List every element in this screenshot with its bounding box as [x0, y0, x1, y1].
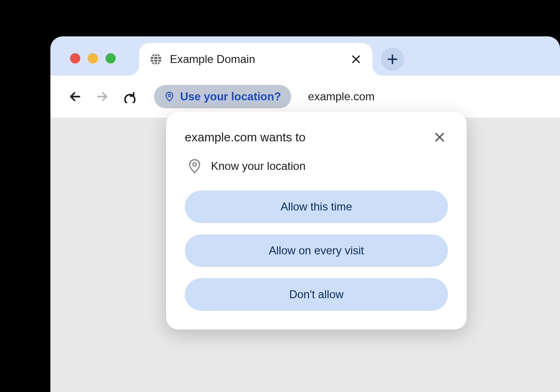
- arrow-right-icon: [96, 90, 109, 103]
- browser-window: Example Domain: [50, 36, 560, 392]
- address-url[interactable]: example.com: [308, 90, 375, 103]
- allow-always-button[interactable]: Allow on every visit: [185, 234, 448, 267]
- permission-description: Know your location: [211, 160, 306, 173]
- back-button[interactable]: [63, 85, 87, 108]
- window-maximize-button[interactable]: [105, 53, 116, 63]
- allow-once-button[interactable]: Allow this time: [185, 190, 448, 223]
- dialog-close-button[interactable]: [431, 129, 448, 146]
- location-pin-icon: [189, 159, 201, 174]
- new-tab-button[interactable]: [381, 48, 404, 71]
- tab-close-button[interactable]: [350, 50, 362, 69]
- dialog-title: example.com wants to: [185, 130, 306, 145]
- plus-icon: [387, 54, 398, 65]
- permission-row: Know your location: [185, 159, 448, 174]
- window-close-button[interactable]: [70, 53, 80, 63]
- svg-point-2: [168, 94, 170, 97]
- location-pin-icon: [164, 91, 175, 102]
- deny-button[interactable]: Don't allow: [185, 278, 448, 311]
- window-controls: [70, 53, 116, 63]
- dialog-header: example.com wants to: [185, 129, 448, 146]
- reload-button[interactable]: [118, 85, 141, 108]
- close-icon: [352, 55, 360, 63]
- location-permission-chip[interactable]: Use your location?: [154, 85, 291, 108]
- dialog-buttons: Allow this time Allow on every visit Don…: [185, 190, 448, 311]
- browser-toolbar: Use your location? example.com: [50, 76, 560, 118]
- tab-title: Example Domain: [170, 53, 343, 66]
- arrow-left-icon: [69, 90, 82, 103]
- permission-dialog: example.com wants to Know your location …: [166, 112, 467, 329]
- browser-tab[interactable]: Example Domain: [139, 43, 372, 76]
- svg-point-3: [193, 163, 196, 166]
- window-minimize-button[interactable]: [88, 53, 98, 63]
- close-icon: [434, 132, 445, 142]
- chip-label: Use your location?: [180, 90, 281, 103]
- forward-button[interactable]: [91, 85, 114, 108]
- globe-icon: [149, 53, 162, 66]
- reload-icon: [123, 90, 136, 103]
